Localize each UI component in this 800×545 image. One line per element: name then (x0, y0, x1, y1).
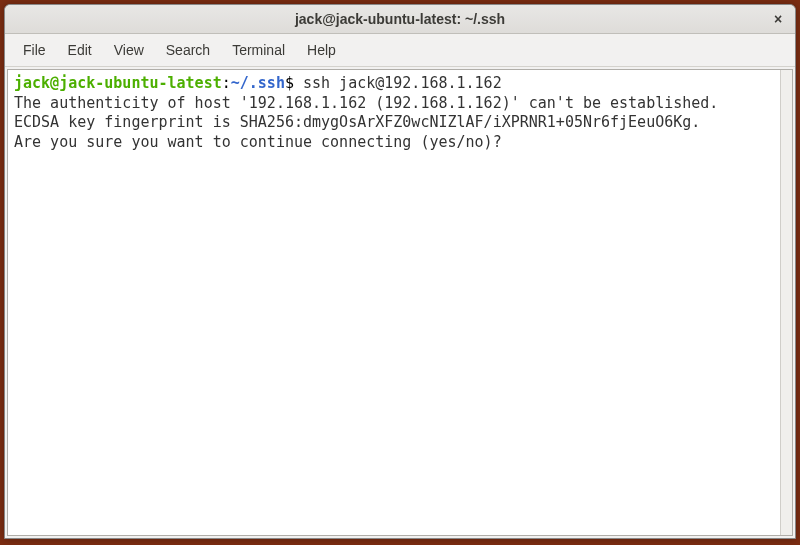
prompt-path: ~/.ssh (231, 74, 285, 92)
menu-search[interactable]: Search (156, 38, 220, 62)
menu-edit[interactable]: Edit (58, 38, 102, 62)
menu-terminal[interactable]: Terminal (222, 38, 295, 62)
scrollbar[interactable] (780, 70, 792, 535)
output-line: ECDSA key fingerprint is SHA256:dmygOsAr… (14, 113, 700, 131)
output-line: Are you sure you want to continue connec… (14, 133, 511, 151)
menu-view[interactable]: View (104, 38, 154, 62)
menu-file[interactable]: File (13, 38, 56, 62)
menubar: File Edit View Search Terminal Help (5, 34, 795, 67)
prompt-colon: : (222, 74, 231, 92)
output-line: The authenticity of host '192.168.1.162 … (14, 94, 718, 112)
terminal-window: jack@jack-ubuntu-latest: ~/.ssh × File E… (4, 4, 796, 539)
prompt-user-host: jack@jack-ubuntu-latest (14, 74, 222, 92)
menu-help[interactable]: Help (297, 38, 346, 62)
prompt-dollar: $ (285, 74, 294, 92)
terminal-output[interactable]: jack@jack-ubuntu-latest:~/.ssh$ ssh jack… (7, 69, 793, 536)
titlebar[interactable]: jack@jack-ubuntu-latest: ~/.ssh × (5, 5, 795, 34)
close-icon[interactable]: × (769, 10, 787, 28)
command: ssh jack@192.168.1.162 (294, 74, 502, 92)
window-title: jack@jack-ubuntu-latest: ~/.ssh (295, 11, 505, 27)
